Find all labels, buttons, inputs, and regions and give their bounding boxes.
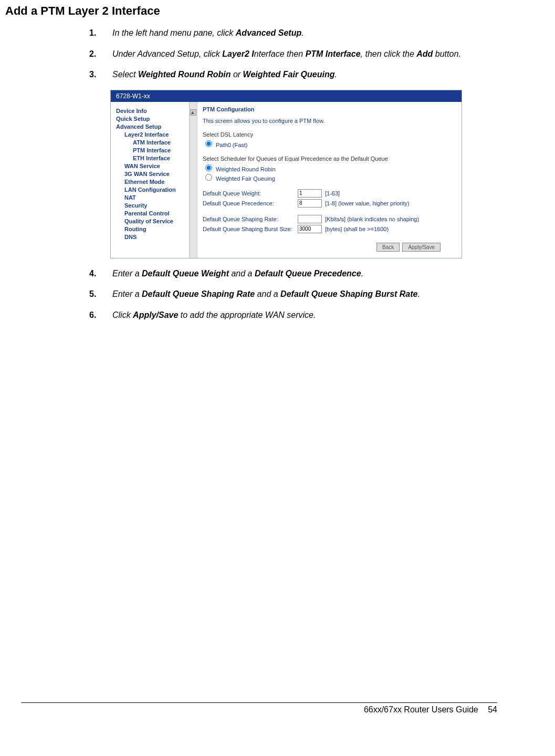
emphasis: Weighted Round Robin — [138, 70, 231, 79]
text: . — [334, 70, 337, 79]
shaping-burst-label: Default Queue Shaping Burst Size: — [203, 226, 295, 232]
nav-link[interactable]: LAN Configuration — [124, 187, 194, 193]
step-number: 3. — [89, 69, 112, 80]
latency-option[interactable]: Path0 (Fast) — [203, 139, 456, 148]
shaping-rate-label: Default Queue Shaping Rate: — [203, 216, 295, 222]
back-button[interactable]: Back — [376, 243, 400, 252]
step-1: 1. In the left hand menu pane, click Adv… — [89, 27, 497, 39]
step-text: Select Weighted Round Robin or Weighted … — [112, 69, 497, 80]
scroll-up-icon[interactable] — [190, 109, 196, 116]
option-label: Path0 (Fast) — [216, 142, 248, 148]
emphasis: Layer2 I — [222, 49, 254, 58]
nav-link[interactable]: ETH Interface — [133, 155, 194, 161]
router-screenshot: 6728-W1-xx Device InfoQuick SetupAdvance… — [110, 90, 462, 258]
text: and a — [229, 269, 255, 278]
step-number: 1. — [89, 27, 112, 39]
text: . — [417, 289, 420, 298]
step-3: 3. Select Weighted Round Robin or Weight… — [89, 69, 497, 80]
panel-heading: PTM Configuration — [203, 106, 456, 112]
step-6: 6. Click Apply/Save to add the appropria… — [89, 309, 497, 321]
step-text: Click Apply/Save to add the appropriate … — [112, 309, 497, 321]
emphasis: PTM Interface — [306, 49, 361, 58]
guide-title: 66xx/67xx Router Users Guide — [364, 705, 478, 714]
text: , then click the — [361, 49, 417, 58]
nav-link[interactable]: Layer2 Interface — [124, 131, 194, 138]
text: In the left hand menu pane, click — [112, 28, 236, 37]
step-5: 5. Enter a Default Queue Shaping Rate an… — [89, 288, 497, 300]
option-label: Weighted Fair Queuing — [216, 175, 275, 182]
nav-link[interactable]: Security — [124, 202, 194, 209]
queue-weight-label: Default Queue Weight: — [203, 190, 295, 196]
nav-link[interactable]: DNS — [124, 234, 194, 240]
emphasis: Default Queue Shaping Rate — [142, 289, 255, 298]
dsl-latency-label: Select DSL Latency — [203, 131, 456, 138]
emphasis: Add — [416, 49, 433, 58]
step-2: 2. Under Advanced Setup, click Layer2 In… — [89, 48, 497, 60]
shaping-burst-input[interactable] — [298, 225, 322, 233]
step-text: In the left hand menu pane, click Advanc… — [112, 27, 497, 39]
nav-link[interactable]: Ethernet Mode — [124, 179, 194, 185]
nav-link[interactable]: Device Info — [116, 108, 194, 114]
main-panel: PTM Configuration This screen allows you… — [197, 102, 462, 258]
shaping-rate-input[interactable] — [298, 215, 322, 223]
text: and a — [255, 289, 280, 298]
nav-link[interactable]: Quality of Service — [124, 218, 194, 224]
step-number: 5. — [89, 288, 112, 300]
scheduler-radio-wrr[interactable] — [205, 164, 212, 171]
page-title: Add a PTM Layer 2 Interface — [5, 4, 497, 18]
step-number: 4. — [89, 268, 112, 279]
option-label: Weighted Round Robin — [216, 166, 276, 172]
text: Select — [112, 70, 138, 79]
emphasis: Weighted Fair Queuing — [243, 70, 335, 79]
queue-precedence-label: Default Queue Precedence: — [203, 200, 295, 206]
shaping-burst-hint: [bytes] (shall be >=1600) — [325, 226, 389, 232]
latency-radio[interactable] — [205, 140, 212, 147]
nav-link[interactable]: Advanced Setup — [116, 123, 194, 130]
nav-link[interactable]: 3G WAN Service — [124, 171, 194, 177]
text: Under Advanced Setup, click — [112, 49, 222, 58]
text: to add the appropriate WAN service. — [178, 310, 316, 319]
queue-weight-input[interactable] — [298, 189, 322, 198]
sidebar-nav: Device InfoQuick SetupAdvanced SetupLaye… — [111, 102, 197, 258]
nav-link[interactable]: WAN Service — [124, 163, 194, 169]
step-number: 2. — [89, 48, 112, 60]
queue-precedence-input[interactable] — [298, 199, 322, 208]
queue-precedence-hint: [1-8] (lower value, higher priority) — [325, 200, 410, 206]
text: Enter a — [112, 289, 142, 298]
page-number: 54 — [488, 705, 497, 714]
step-4: 4. Enter a Default Queue Weight and a De… — [89, 268, 497, 279]
text: Click — [112, 310, 133, 319]
scheduler-option-wfq[interactable]: Weighted Fair Queuing — [203, 172, 456, 182]
window-titlebar: 6728-W1-xx — [111, 90, 462, 102]
nav-link[interactable]: Quick Setup — [116, 116, 194, 122]
emphasis: Apply/Save — [133, 310, 178, 319]
text: nterface then — [254, 49, 306, 58]
text: or — [231, 70, 243, 79]
scheduler-option-wrr[interactable]: Weighted Round Robin — [203, 163, 456, 172]
emphasis: Default Queue Weight — [142, 269, 229, 278]
apply-save-button[interactable]: Apply/Save — [402, 243, 441, 252]
emphasis: Default Queue Shaping Burst Rate — [280, 289, 417, 298]
text: . — [301, 28, 303, 37]
nav-link[interactable]: ATM Interface — [133, 139, 194, 146]
step-text: Under Advanced Setup, click Layer2 Inter… — [112, 48, 497, 60]
text: . — [361, 269, 363, 278]
nav-link[interactable]: Routing — [124, 226, 194, 232]
shaping-rate-hint: [Kbits/s] (blank indicates no shaping) — [325, 216, 419, 222]
scheduler-label: Select Scheduler for Queues of Equal Pre… — [203, 156, 456, 162]
panel-intro: This screen allows you to configure a PT… — [203, 118, 456, 124]
nav-link[interactable]: Parental Control — [124, 210, 194, 216]
queue-weight-hint: [1-63] — [325, 190, 340, 196]
step-text: Enter a Default Queue Weight and a Defau… — [112, 268, 497, 279]
page-footer: 66xx/67xx Router Users Guide 54 — [21, 702, 497, 714]
nav-link[interactable]: PTM Interface — [133, 147, 194, 153]
step-text: Enter a Default Queue Shaping Rate and a… — [112, 288, 497, 300]
emphasis: Advanced Setup — [236, 28, 301, 37]
nav-link[interactable]: NAT — [124, 194, 194, 201]
step-number: 6. — [89, 309, 112, 321]
emphasis: Default Queue Precedence — [255, 269, 361, 278]
text: Enter a — [112, 269, 142, 278]
scrollbar[interactable] — [189, 102, 197, 258]
scheduler-radio-wfq[interactable] — [205, 174, 212, 181]
text: button. — [433, 49, 460, 58]
